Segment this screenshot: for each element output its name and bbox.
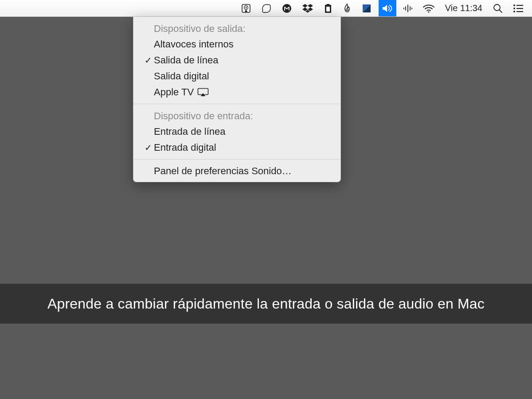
notification-center-icon[interactable] — [510, 0, 527, 16]
output-item-line-out[interactable]: ✓ Salida de línea — [133, 52, 340, 68]
svg-point-6 — [428, 11, 429, 12]
menu-item-label: Entrada digital — [154, 142, 216, 153]
svg-rect-13 — [516, 11, 523, 12]
menu-item-label: Panel de preferencias Sonido… — [154, 165, 292, 177]
svg-point-5 — [346, 8, 348, 10]
caption-bar: Aprende a cambiar rápidamente la entrada… — [0, 284, 532, 324]
svg-point-12 — [513, 11, 515, 12]
output-section-header: Dispositivo de salida: — [133, 20, 340, 36]
clipboard-icon[interactable] — [320, 0, 336, 16]
svg-rect-11 — [516, 8, 523, 9]
check-icon: ✓ — [142, 55, 154, 66]
input-section-header: Dispositivo de entrada: — [133, 108, 340, 124]
input-item-line-in[interactable]: Entrada de línea — [133, 124, 340, 140]
sound-dropdown: Dispositivo de salida: Altavoces interno… — [133, 17, 341, 182]
sound-preferences-item[interactable]: Panel de preferencias Sonido… — [133, 163, 340, 179]
output-item-digital-out[interactable]: Salida digital — [133, 68, 340, 84]
hdd-icon[interactable] — [238, 0, 254, 16]
airplay-icon — [197, 88, 209, 97]
mega-icon[interactable] — [278, 0, 295, 16]
skype-icon[interactable] — [258, 0, 275, 16]
menu-divider — [133, 104, 340, 104]
menu-item-label: Apple TV — [154, 86, 194, 98]
svg-point-2 — [246, 7, 247, 8]
caption-text: Aprende a cambiar rápidamente la entrada… — [47, 296, 485, 312]
menubar-clock[interactable]: Vie 11:34 — [442, 3, 486, 13]
wifi-icon[interactable] — [419, 0, 438, 16]
audio-app-icon[interactable] — [400, 0, 416, 16]
menu-item-label: Salida de línea — [154, 55, 219, 66]
input-item-digital-in[interactable]: ✓ Entrada digital — [133, 140, 340, 156]
volume-icon[interactable] — [379, 0, 396, 16]
menu-item-label: Altavoces internos — [154, 39, 234, 50]
check-icon: ✓ — [142, 142, 154, 153]
menu-item-label: Entrada de línea — [154, 126, 225, 137]
flame-icon[interactable] — [340, 0, 355, 16]
svg-point-10 — [513, 8, 515, 9]
spotlight-icon[interactable] — [489, 0, 506, 16]
menu-item-label: Salida digital — [154, 70, 209, 82]
svg-rect-4 — [326, 7, 330, 12]
output-item-internal-speakers[interactable]: Altavoces internos — [133, 36, 340, 52]
output-item-apple-tv[interactable]: Apple TV — [133, 84, 340, 100]
svg-point-8 — [513, 4, 515, 6]
menu-divider — [133, 159, 340, 160]
svg-rect-9 — [516, 5, 523, 6]
app-icon[interactable] — [358, 0, 375, 16]
dropbox-icon[interactable] — [299, 0, 317, 16]
menubar: Vie 11:34 — [0, 0, 532, 17]
